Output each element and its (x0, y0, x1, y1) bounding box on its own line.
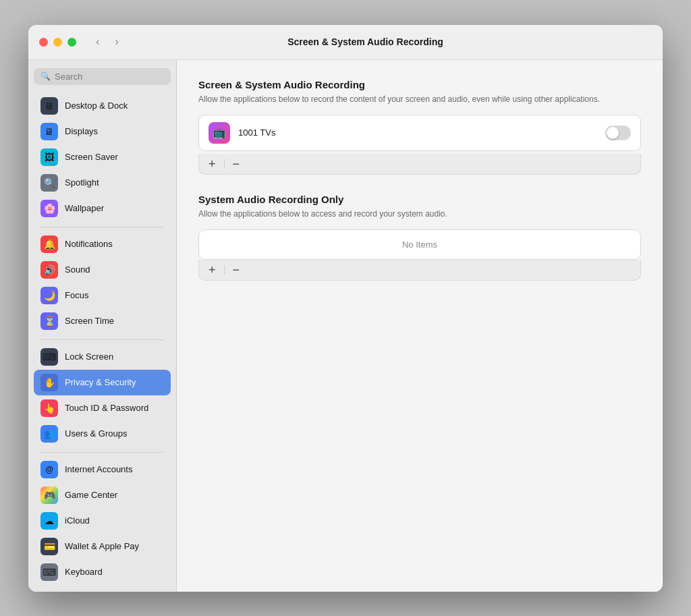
sidebar-item-label: Displays (65, 126, 98, 136)
users-groups-icon: 👥 (40, 425, 58, 443)
traffic-lights (39, 38, 76, 47)
forward-button[interactable]: › (109, 34, 125, 50)
sidebar-item-touch-id[interactable]: 👆 Touch ID & Password (34, 395, 171, 421)
search-bar[interactable]: 🔍 (34, 68, 171, 85)
touch-id-icon: 👆 (40, 399, 58, 417)
sidebar-item-wallet[interactable]: 💳 Wallet & Apple Pay (34, 534, 171, 559)
screen-saver-icon: 🖼 (40, 148, 58, 166)
sidebar-item-label: Notifications (65, 239, 113, 249)
sidebar-section-1: 🖥 Desktop & Dock 🖥 Displays 🖼 Screen Sav… (34, 93, 171, 221)
search-icon: 🔍 (40, 72, 51, 81)
divider-3 (40, 452, 164, 453)
divider-2 (40, 339, 164, 340)
sidebar-item-label: Users & Groups (65, 428, 127, 439)
sound-icon: 🔊 (40, 261, 58, 279)
sidebar-item-displays[interactable]: 🖥 Displays (34, 119, 171, 144)
audio-recording-section: System Audio Recording Only Allow the ap… (198, 194, 641, 281)
screen-time-icon: ⏳ (40, 312, 58, 330)
minimize-button[interactable] (53, 38, 62, 47)
wallet-icon: 💳 (40, 538, 58, 555)
sidebar-item-screen-saver[interactable]: 🖼 Screen Saver (34, 144, 171, 170)
spotlight-icon: 🔍 (40, 174, 58, 192)
back-button[interactable]: ‹ (90, 34, 106, 50)
sidebar-item-label: Keyboard (65, 567, 103, 577)
add-app-button[interactable]: + (207, 158, 217, 170)
search-input[interactable] (55, 72, 164, 82)
sidebar-item-label: Desktop & Dock (65, 101, 128, 111)
audio-recording-desc: Allow the applications below to access a… (198, 208, 641, 220)
sidebar-item-internet-accounts[interactable]: @ Internet Accounts (34, 457, 171, 482)
app-name-1001tvs: 1001 TVs (238, 128, 597, 138)
focus-icon: 🌙 (40, 287, 58, 304)
internet-accounts-icon: @ (40, 461, 58, 478)
sidebar-item-icloud[interactable]: ☁ iCloud (34, 508, 171, 534)
table-row: 📺 1001 TVs (199, 115, 640, 150)
window-title: Screen & System Audio Recording (133, 36, 598, 47)
add-audio-app-button[interactable]: + (207, 264, 217, 276)
sidebar-item-desktop-dock[interactable]: 🖥 Desktop & Dock (34, 93, 171, 119)
displays-icon: 🖥 (40, 123, 58, 140)
app-toggle-1001tvs[interactable] (605, 125, 631, 140)
sidebar-item-label: Wallpaper (65, 203, 104, 213)
sidebar-item-spotlight[interactable]: 🔍 Spotlight (34, 170, 171, 196)
no-items-label: No Items (198, 229, 641, 260)
close-button[interactable] (39, 38, 48, 47)
ctrl-divider-2 (224, 265, 225, 275)
sidebar-item-label: iCloud (65, 515, 90, 526)
divider-1 (40, 227, 164, 227)
main-panel: Screen & System Audio Recording Allow th… (177, 60, 663, 592)
icloud-icon: ☁ (40, 512, 58, 530)
sidebar-item-users-groups[interactable]: 👥 Users & Groups (34, 421, 171, 447)
game-center-icon: 🎮 (40, 486, 58, 504)
audio-recording-title: System Audio Recording Only (198, 194, 641, 205)
lock-screen-icon: ⌨ (40, 348, 58, 366)
sidebar-item-label: Wallet & Apple Pay (65, 541, 139, 551)
sidebar-item-label: Screen Time (65, 316, 114, 326)
remove-app-button[interactable]: − (231, 158, 242, 170)
sidebar-item-label: Focus (65, 290, 88, 300)
screen-recording-controls: + − (198, 154, 641, 175)
sidebar: 🔍 🖥 Desktop & Dock 🖥 Displays 🖼 Screen S… (28, 60, 177, 592)
app-icon-1001tvs: 📺 (209, 122, 230, 144)
keyboard-icon: ⌨ (40, 563, 58, 581)
screen-recording-desc: Allow the applications below to record t… (198, 93, 641, 105)
sidebar-item-label: Privacy & Security (65, 377, 136, 387)
sidebar-item-label: Screen Saver (65, 152, 118, 162)
remove-audio-app-button[interactable]: − (231, 264, 242, 276)
sidebar-item-privacy-security[interactable]: ✋ Privacy & Security (34, 370, 171, 395)
title-bar: ‹ › Screen & System Audio Recording (28, 25, 663, 60)
sidebar-item-label: Touch ID & Password (65, 403, 148, 413)
sidebar-item-sound[interactable]: 🔊 Sound (34, 257, 171, 283)
sidebar-item-lock-screen[interactable]: ⌨ Lock Screen (34, 344, 171, 370)
sidebar-item-game-center[interactable]: 🎮 Game Center (34, 482, 171, 508)
main-window: ‹ › Screen & System Audio Recording 🔍 🖥 … (28, 25, 663, 592)
sidebar-item-focus[interactable]: 🌙 Focus (34, 283, 171, 308)
sidebar-section-3: ⌨ Lock Screen ✋ Privacy & Security 👆 Tou… (34, 344, 171, 447)
nav-buttons: ‹ › (90, 34, 125, 50)
sidebar-item-notifications[interactable]: 🔔 Notifications (34, 231, 171, 257)
sidebar-item-screen-time[interactable]: ⏳ Screen Time (34, 308, 171, 334)
ctrl-divider (224, 159, 225, 169)
sidebar-item-wallpaper[interactable]: 🌸 Wallpaper (34, 196, 171, 221)
audio-recording-controls: + − (198, 260, 641, 281)
sidebar-item-label: Lock Screen (65, 352, 113, 362)
screen-recording-section: Screen & System Audio Recording Allow th… (198, 79, 641, 175)
privacy-icon: ✋ (40, 374, 58, 391)
content-area: 🔍 🖥 Desktop & Dock 🖥 Displays 🖼 Screen S… (28, 60, 663, 592)
notifications-icon: 🔔 (40, 235, 58, 253)
sidebar-item-label: Game Center (65, 490, 117, 500)
screen-recording-app-list: 📺 1001 TVs (198, 115, 641, 151)
wallpaper-icon: 🌸 (40, 200, 58, 217)
desktop-dock-icon: 🖥 (40, 97, 58, 115)
sidebar-item-label: Sound (65, 264, 90, 275)
screen-recording-title: Screen & System Audio Recording (198, 79, 641, 90)
sidebar-section-2: 🔔 Notifications 🔊 Sound 🌙 Focus ⏳ Screen… (34, 231, 171, 334)
sidebar-item-label: Spotlight (65, 177, 99, 188)
sidebar-item-label: Internet Accounts (65, 464, 132, 474)
sidebar-section-4: @ Internet Accounts 🎮 Game Center ☁ iClo… (34, 457, 171, 585)
maximize-button[interactable] (67, 38, 76, 47)
sidebar-item-keyboard[interactable]: ⌨ Keyboard (34, 559, 171, 585)
